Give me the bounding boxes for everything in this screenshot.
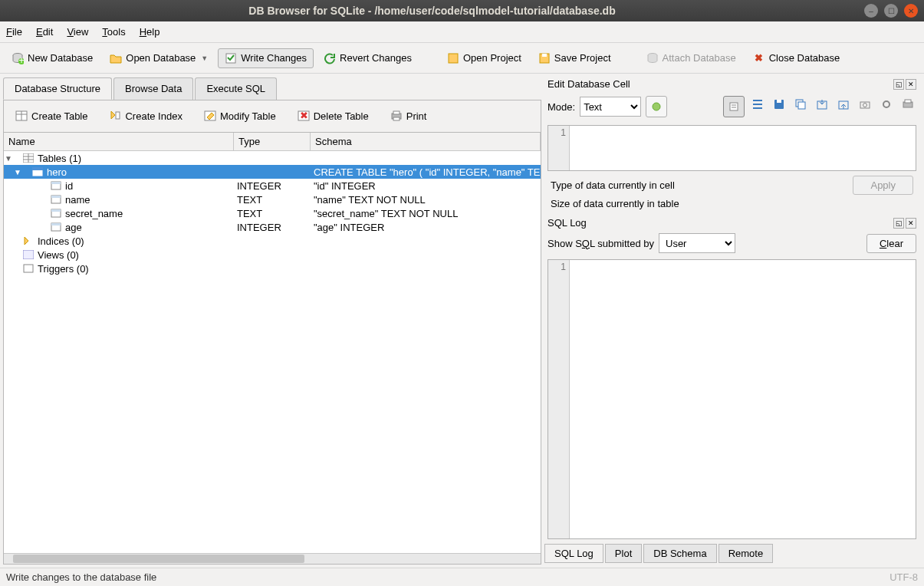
open-project-icon [447,52,459,64]
menu-edit[interactable]: Edit [36,26,53,38]
svg-text:+: + [18,54,24,64]
new-database-icon: + [12,52,24,64]
bottom-tab-db-schema[interactable]: DB Schema [643,544,716,563]
null-cell-icon[interactable] [878,96,895,113]
svg-rect-31 [51,223,61,226]
open-database-button[interactable]: Open Database ▼ [103,48,215,68]
sql-log-editor[interactable]: 1 [547,259,916,539]
svg-rect-4 [449,54,458,63]
mode-select[interactable]: Text [580,97,641,117]
status-text: Write changes to the database file [6,571,156,583]
svg-rect-25 [51,182,61,184]
delete-table-button[interactable]: ✖ Delete Table [291,106,376,126]
tree-header-type[interactable]: Type [234,133,311,150]
list-view-icon[interactable] [749,96,766,113]
export-cell-icon[interactable] [814,96,830,113]
create-index-button[interactable]: Create Index [102,106,189,126]
tree-node-views[interactable]: Views (0) [4,248,541,262]
svg-rect-32 [23,250,34,259]
camera-icon[interactable] [857,96,873,113]
open-database-icon [110,52,122,64]
text-view-button[interactable] [723,96,745,117]
print-icon [390,110,403,122]
print-button[interactable]: Print [383,106,434,126]
attach-database-icon [646,52,659,64]
format-button[interactable] [646,96,667,117]
index-group-icon [22,235,35,246]
modify-table-label: Modify Table [220,110,276,122]
menu-file[interactable]: File [6,26,22,38]
tree-node-indices[interactable]: Indices (0) [4,234,541,248]
open-database-dropdown[interactable]: ▼ [201,54,208,62]
tree-node-column-secret-name[interactable]: secret_name TEXT "secret_name" TEXT NOT … [4,206,541,220]
menu-view[interactable]: View [67,26,88,38]
mode-label: Mode: [547,101,575,113]
revert-changes-icon [324,52,336,64]
maximize-button[interactable]: ☐ [884,4,898,18]
save-cell-icon[interactable] [771,96,788,113]
edit-cell-panel-title: Edit Database Cell ◱ ✕ [544,77,919,91]
svg-point-34 [653,103,660,110]
save-project-icon [538,52,551,64]
svg-rect-42 [777,100,781,103]
sql-log-source-select[interactable]: User [659,233,735,253]
menubar: File Edit View Tools Help [0,21,924,43]
open-database-label: Open Database [126,52,196,64]
tree-node-tables[interactable]: ▼Tables (1) [4,151,541,165]
save-project-button[interactable]: Save Project [531,48,618,68]
cell-editor-textarea[interactable] [570,126,916,170]
tab-execute-sql[interactable]: Execute SQL [195,77,277,100]
menu-tools[interactable]: Tools [102,26,125,38]
open-project-button[interactable]: Open Project [440,48,528,68]
table-group-icon [22,153,35,163]
svg-rect-16 [393,111,400,114]
tree-horizontal-scrollbar[interactable] [4,553,541,564]
new-database-button[interactable]: + New Database [5,48,100,68]
status-encoding: UTF-8 [889,571,918,583]
tree-header-schema[interactable]: Schema [311,133,541,150]
svg-rect-17 [393,117,400,120]
view-group-icon [22,249,35,260]
tab-database-structure[interactable]: Database Structure [3,77,112,100]
create-index-label: Create Index [125,110,182,122]
copy-cell-icon[interactable] [792,96,809,113]
clear-log-button[interactable]: Clear [866,234,916,253]
schema-tree: Name Type Schema ▼Tables (1) ▼hero CREAT… [3,133,541,565]
cell-editor-gutter: 1 [548,126,570,170]
bottom-tab-remote[interactable]: Remote [718,544,774,563]
cell-editor[interactable]: 1 [547,125,916,171]
svg-rect-33 [24,265,33,272]
tree-node-triggers[interactable]: Triggers (0) [4,262,541,275]
modify-table-button[interactable]: Modify Table [197,106,283,126]
right-panel-bottom-tabs: SQL Log Plot DB Schema Remote [544,542,919,565]
menu-help[interactable]: Help [140,26,160,38]
cell-type-info: Type of data currently in cell [551,179,675,191]
tree-body[interactable]: ▼Tables (1) ▼hero CREATE TABLE "hero" ( … [4,151,541,553]
create-table-button[interactable]: Create Table [8,106,94,126]
column-icon [50,222,62,232]
tree-node-column-name[interactable]: name TEXT "name" TEXT NOT NULL [4,193,541,206]
minimize-button[interactable]: – [864,4,878,18]
sql-log-textarea[interactable] [570,260,916,538]
bottom-tab-sql-log[interactable]: SQL Log [544,544,603,563]
close-window-button[interactable]: ✕ [904,4,918,18]
save-project-label: Save Project [554,52,611,64]
bottom-tab-plot[interactable]: Plot [605,544,642,563]
close-database-button[interactable]: ✖ Close Database [746,48,847,68]
tree-header-name[interactable]: Name [4,133,234,150]
import-cell-icon[interactable] [835,96,852,113]
sql-log-undock-button[interactable]: ◱ [893,218,904,229]
modify-table-icon [204,110,216,122]
create-index-icon [109,110,121,122]
tree-node-column-age[interactable]: age INTEGER "age" INTEGER [4,220,541,234]
svg-rect-6 [542,54,547,57]
sql-log-close-button[interactable]: ✕ [906,218,916,229]
edit-cell-undock-button[interactable]: ◱ [893,79,904,90]
print-cell-icon[interactable] [899,96,916,113]
tree-node-table-hero[interactable]: ▼hero CREATE TABLE "hero" ( "id" INTEGER… [4,165,541,179]
edit-cell-close-button[interactable]: ✕ [906,79,916,90]
tab-browse-data[interactable]: Browse Data [113,77,193,100]
tree-node-column-id[interactable]: id INTEGER "id" INTEGER [4,179,541,193]
revert-changes-button[interactable]: Revert Changes [317,48,419,68]
write-changes-button[interactable]: Write Changes [218,48,314,68]
